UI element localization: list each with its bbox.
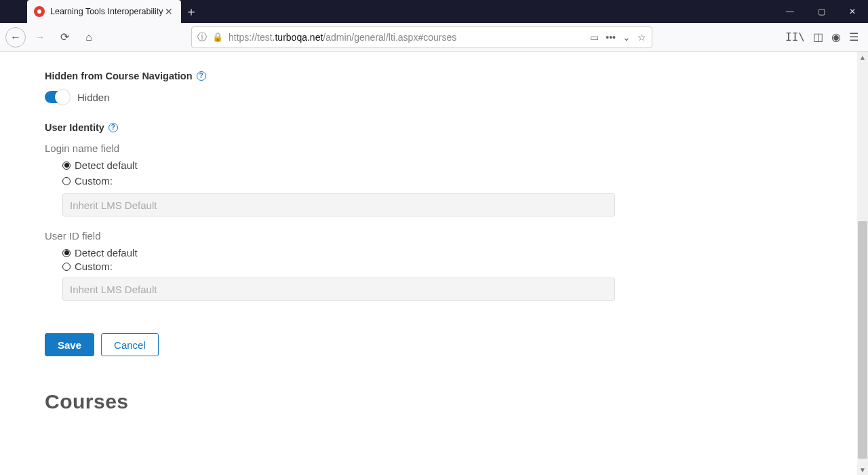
scroll-up-icon[interactable]: ▲	[857, 52, 868, 62]
scrollbar-thumb[interactable]	[858, 221, 867, 459]
url-prefix: https://test.	[229, 32, 275, 43]
userid-custom-input-wrap	[62, 278, 615, 301]
url-host: turboqa.net	[275, 32, 323, 43]
login-custom-radio[interactable]: Custom:	[62, 175, 637, 187]
library-icon[interactable]: II\	[785, 31, 805, 43]
pocket-icon[interactable]: ⌄	[623, 32, 631, 43]
radio-label: Custom:	[75, 261, 113, 272]
save-button[interactable]: Save	[45, 333, 94, 356]
browser-tab[interactable]: Learning Tools Interoperability ✕	[27, 0, 181, 23]
cancel-button[interactable]: Cancel	[101, 333, 159, 356]
vertical-scrollbar[interactable]: ▲ ▼	[857, 52, 868, 475]
userid-label: User ID field	[45, 230, 637, 242]
new-tab-button[interactable]: ＋	[181, 0, 201, 23]
hidden-toggle[interactable]	[45, 91, 69, 103]
scroll-down-icon[interactable]: ▼	[857, 464, 868, 475]
courses-heading: Courses	[45, 390, 637, 413]
radio-icon	[62, 263, 71, 271]
nav-forward-button[interactable]: →	[30, 27, 50, 48]
url-text: https://test.turboqa.net/admin/general/l…	[229, 32, 585, 43]
radio-icon	[62, 177, 71, 185]
window-controls: — ▢ ✕	[774, 0, 868, 23]
nav-reload-button[interactable]: ⟳	[54, 27, 75, 48]
account-icon[interactable]: ◉	[831, 31, 841, 43]
browser-toolbar: ← → ⟳ ⌂ ⓘ 🔒 https://test.turboqa.net/adm…	[0, 23, 868, 52]
hidden-toggle-label: Hidden	[77, 92, 110, 103]
tab-close-icon[interactable]: ✕	[163, 6, 174, 17]
page-viewport: Hidden from Course Navigation ? Hidden U…	[0, 52, 868, 475]
titlebar: Learning Tools Interoperability ✕ ＋ — ▢ …	[0, 0, 868, 23]
radio-icon	[62, 249, 71, 257]
radio-label: Detect default	[75, 247, 138, 259]
help-icon[interactable]: ?	[108, 123, 118, 132]
favicon-icon	[34, 6, 45, 17]
hidden-toggle-row: Hidden	[45, 91, 637, 103]
userid-custom-input[interactable]	[62, 278, 615, 301]
url-path: /admin/general/lti.aspx#courses	[323, 32, 456, 43]
window-maximize-icon[interactable]: ▢	[806, 0, 837, 23]
reader-mode-icon[interactable]: ▭	[590, 32, 599, 43]
help-icon[interactable]: ?	[197, 71, 206, 81]
login-detect-default-radio[interactable]: Detect default	[62, 159, 637, 171]
userid-radio-group: Detect default Custom:	[45, 247, 637, 272]
hidden-nav-title-text: Hidden from Course Navigation	[45, 71, 193, 81]
url-bar[interactable]: ⓘ 🔒 https://test.turboqa.net/admin/gener…	[191, 26, 652, 48]
nav-back-button[interactable]: ←	[5, 27, 26, 48]
userid-detect-default-radio[interactable]: Detect default	[62, 247, 637, 259]
sidebar-icon[interactable]: ◫	[813, 31, 823, 43]
login-custom-input[interactable]	[62, 193, 615, 216]
lock-icon: 🔒	[212, 32, 223, 42]
radio-icon	[62, 162, 71, 170]
menu-icon[interactable]: ☰	[849, 31, 859, 43]
user-identity-heading: User Identity ?	[45, 122, 637, 133]
browser-chrome: Learning Tools Interoperability ✕ ＋ — ▢ …	[0, 0, 868, 52]
page-actions-icon[interactable]: •••	[606, 32, 616, 43]
login-name-label: Login name field	[45, 142, 637, 154]
page-content: Hidden from Course Navigation ? Hidden U…	[0, 52, 637, 440]
userid-custom-radio[interactable]: Custom:	[62, 261, 637, 272]
hidden-nav-heading: Hidden from Course Navigation ?	[45, 71, 637, 81]
site-info-icon[interactable]: ⓘ	[197, 31, 207, 43]
window-close-icon[interactable]: ✕	[837, 0, 868, 23]
user-identity-title-text: User Identity	[45, 122, 104, 133]
nav-home-button[interactable]: ⌂	[79, 27, 99, 48]
window-minimize-icon[interactable]: —	[774, 0, 806, 23]
login-name-radio-group: Detect default Custom:	[45, 159, 637, 187]
tab-title: Learning Tools Interoperability	[50, 7, 163, 16]
login-custom-input-wrap	[62, 193, 615, 216]
radio-label: Detect default	[75, 159, 138, 171]
bookmark-star-icon[interactable]: ☆	[637, 32, 646, 43]
form-actions: Save Cancel	[45, 333, 637, 356]
radio-label: Custom:	[75, 175, 113, 187]
